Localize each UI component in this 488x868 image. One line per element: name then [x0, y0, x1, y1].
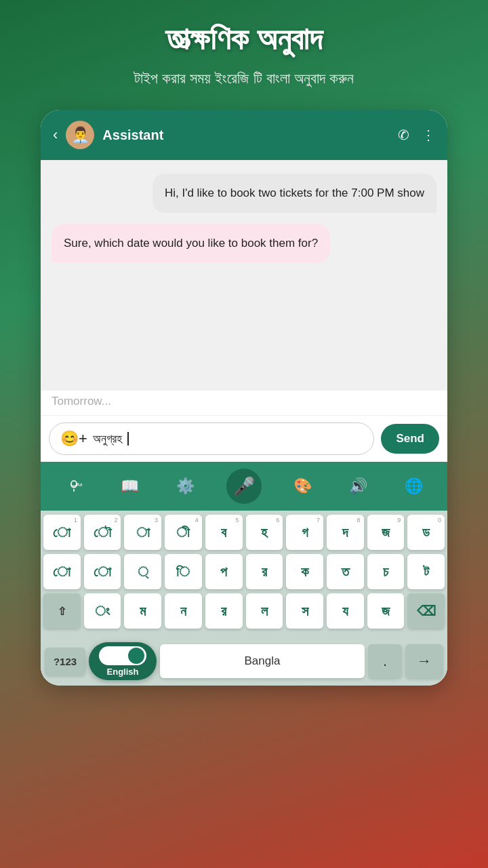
book-icon[interactable]: 📖 — [115, 471, 144, 501]
key-row-2: ো ো ্ ি প র ক ত চ ট — [43, 554, 445, 589]
promo-subtitle: টাইপ করার সময় ইংরেজি টি বাংলা অনুবাদ কর… — [14, 67, 474, 90]
key-ং[interactable]: ং — [84, 593, 121, 629]
key-প[interactable]: প — [205, 554, 243, 589]
key-র2[interactable]: র — [205, 593, 243, 629]
emoji-icon[interactable]: 😊+ — [60, 430, 87, 448]
promo-section: তাত্ক্ষণিক অনুবাদ টাইপ করার সময় ইংরেজি … — [0, 0, 488, 103]
mic-main-icon[interactable]: 🎤 — [226, 469, 262, 504]
header-icons: ✆ ⋮ — [398, 127, 435, 143]
palette-icon[interactable]: 🎨 — [287, 471, 317, 501]
avatar: 👨‍💼 — [66, 121, 94, 149]
shift-key[interactable]: ⇧ — [43, 593, 81, 629]
key-ো3[interactable]: ো — [84, 554, 121, 589]
key-র[interactable]: র — [246, 554, 283, 589]
enter-key[interactable]: → — [405, 644, 443, 678]
period-key[interactable]: . — [368, 644, 402, 678]
lang-toggle[interactable]: English — [89, 642, 157, 680]
key-row-1: 1ো 2ৌ 3া 4ী 5ব 6হ 7গ 8দ 9জ 0ড — [43, 515, 445, 550]
key-ত[interactable]: ত — [327, 554, 364, 589]
send-button[interactable]: Send — [381, 424, 439, 454]
key-চ[interactable]: চ — [367, 554, 405, 589]
key-ো2[interactable]: ো — [43, 554, 81, 589]
key-ৌ[interactable]: 2ৌ — [84, 515, 121, 550]
key-য[interactable]: য — [327, 593, 364, 629]
key-দ[interactable]: 8দ — [327, 515, 364, 550]
key-ন[interactable]: ন — [165, 593, 202, 629]
key-ো[interactable]: 1ো — [43, 515, 81, 550]
key-ি[interactable]: ি — [165, 554, 202, 589]
space-key[interactable]: Bangla — [160, 644, 365, 678]
message-bubble-right: Hi, I'd like to book two tickets for the… — [152, 174, 436, 213]
phone-mockup: ‹ 👨‍💼 Assistant ✆ ⋮ Hi, I'd like to book… — [41, 110, 447, 686]
toggle-knob — [128, 648, 144, 664]
key-ল[interactable]: ল — [246, 593, 283, 629]
key-ব[interactable]: 5ব — [205, 515, 243, 550]
key-জ[interactable]: 9জ — [367, 515, 405, 550]
key-্[interactable]: ্ — [124, 554, 161, 589]
message-bubble-left: Sure, which date would you like to book … — [52, 224, 330, 263]
key-ক[interactable]: ক — [286, 554, 323, 589]
bottom-row: ?123 English Bangla . → — [41, 637, 447, 686]
svg-point-0 — [71, 481, 77, 486]
text-cursor — [127, 432, 129, 446]
key-া[interactable]: 3া — [124, 515, 161, 550]
key-গ[interactable]: 7গ — [286, 515, 323, 550]
promo-title: তাত্ক্ষণিক অনুবাদ — [14, 20, 474, 58]
key-ম[interactable]: ম — [124, 593, 161, 629]
key-স[interactable]: স — [286, 593, 323, 629]
settings-icon[interactable]: ⚙️ — [171, 471, 201, 501]
phone-icon[interactable]: ✆ — [398, 127, 409, 143]
key-ট[interactable]: ট — [407, 554, 445, 589]
key-ড[interactable]: 0ড — [407, 515, 445, 550]
input-text: অনুগ্রহ — [93, 432, 122, 446]
keyboard-area: 1ো 2ৌ 3া 4ী 5ব 6হ 7গ 8দ 9জ 0ড ো ো ্ ি প … — [41, 511, 447, 637]
mic-word-icon[interactable]: Aa — [59, 471, 89, 501]
contact-name: Assistant — [102, 127, 390, 143]
lang-label: English — [107, 667, 139, 677]
key-হ[interactable]: 6হ — [246, 515, 283, 550]
globe-icon[interactable]: 🌐 — [399, 471, 429, 501]
svg-text:Aa: Aa — [77, 482, 82, 487]
message-input[interactable]: 😊+ অনুগ্রহ — [49, 422, 374, 455]
back-icon[interactable]: ‹ — [53, 126, 58, 144]
key-ী[interactable]: 4ী — [165, 515, 202, 550]
input-bar: 😊+ অনুগ্রহ Send — [41, 415, 447, 462]
translate-icon[interactable]: 🔊 — [344, 471, 373, 501]
backspace-key[interactable]: ⌫ — [407, 593, 445, 629]
num-sym-key[interactable]: ?123 — [45, 648, 85, 675]
chat-area: Hi, I'd like to book two tickets for the… — [41, 160, 447, 391]
more-icon[interactable]: ⋮ — [422, 127, 435, 143]
key-row-3: ⇧ ং ম ন র ল স য জ ⌫ — [43, 593, 445, 629]
keyboard-toolbar: Aa 📖 ⚙️ 🎤 🎨 🔊 🌐 — [41, 462, 447, 511]
translation-hint: Tomorrow... — [41, 391, 447, 415]
key-জ2[interactable]: জ — [367, 593, 405, 629]
chat-header: ‹ 👨‍💼 Assistant ✆ ⋮ — [41, 110, 447, 160]
toggle-switch — [99, 646, 146, 665]
